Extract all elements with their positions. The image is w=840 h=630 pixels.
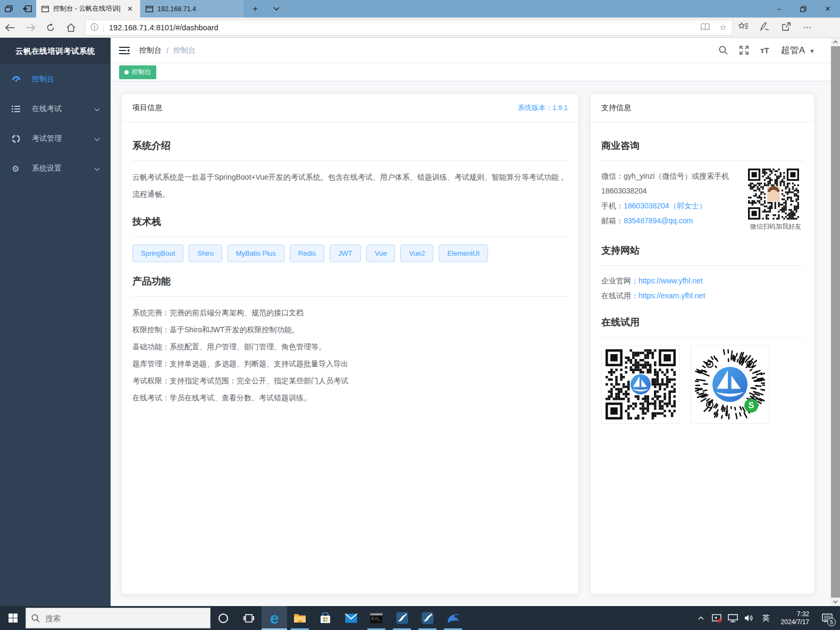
action-center-icon[interactable]: 5 [817, 606, 838, 630]
miniprogram-qr-box [691, 345, 769, 424]
tech-tag-shiro[interactable]: Shiro [189, 245, 222, 262]
card-header: 支持信息 [591, 94, 814, 122]
tab-title: 控制台 - 云帆在线培训| [53, 4, 121, 13]
sidebar-item-label: 考试管理 [32, 134, 62, 144]
task-view-icon[interactable] [236, 606, 262, 630]
search-icon [31, 614, 40, 623]
email-link[interactable]: 835487894@qq.com [624, 216, 693, 225]
more-options-icon[interactable]: ⋯ [796, 22, 818, 32]
divider [132, 296, 568, 297]
taskbar-file-explorer-icon[interactable] [287, 606, 313, 630]
section-title-intro: 系统介绍 [132, 139, 568, 152]
minimize-button[interactable]: – [767, 0, 791, 18]
browser-tab-active[interactable]: 控制台 - 云帆在线培训| ✕ [36, 0, 140, 18]
favorite-star-icon[interactable]: ☆ [714, 23, 732, 32]
tab-close-icon[interactable]: ✕ [125, 5, 135, 13]
page-scrollbar [831, 38, 840, 606]
tray-volume-icon[interactable] [743, 606, 755, 630]
tech-tag-jwt[interactable]: JWT [330, 245, 361, 262]
card-title: 项目信息 [132, 103, 162, 113]
url-field[interactable]: 192.168.71.4:8101/#/dashboard [104, 23, 696, 32]
list-icon [12, 105, 24, 113]
sidebar-toggle-icon[interactable] [111, 46, 138, 55]
tab-list-dropdown-icon[interactable] [266, 0, 287, 18]
gear-icon: ⚙ [12, 164, 24, 174]
trial-qr-row [601, 345, 803, 424]
feature-line: 考试权限：支持指定考试范围：完全公开、指定某些部门人员考试 [132, 372, 568, 389]
taskbar-mysql-workbench2-icon[interactable] [415, 606, 440, 630]
home-icon[interactable] [61, 19, 81, 37]
tray-project-screen-icon[interactable] [711, 606, 724, 630]
search-icon[interactable] [719, 46, 728, 55]
taskbar-search-box[interactable] [26, 608, 211, 628]
back-icon[interactable] [0, 19, 20, 37]
site-info-icon[interactable]: ⓘ [86, 23, 104, 32]
user-menu[interactable]: 超管A ▼ [781, 44, 815, 56]
site-line-trial: 在线试用：https://exam.yfhl.net [601, 288, 803, 303]
taskbar-mysql-dolphin-icon[interactable] [440, 606, 466, 630]
tray-input-language[interactable]: 英 [759, 606, 774, 630]
breadcrumb-separator: / [166, 46, 169, 55]
taskbar-cmd-icon[interactable]: C:\_ [364, 606, 389, 630]
share-icon[interactable] [775, 22, 796, 33]
browser-tab-2[interactable]: 192.168.71.4 [140, 0, 245, 18]
taskbar-store-icon[interactable] [313, 606, 338, 630]
phone-link[interactable]: 18603038204（郭女士） [624, 201, 707, 210]
tray-network-icon[interactable] [727, 606, 740, 630]
system-version[interactable]: 系统版本：1.9.1 [518, 103, 568, 113]
official-site-link[interactable]: https://www.yfhl.net [639, 276, 703, 285]
taskbar-mysql-workbench-icon[interactable] [389, 606, 415, 630]
sidebar-item-online-exam[interactable]: 在线考试 [0, 94, 111, 124]
search-input[interactable] [45, 614, 183, 623]
dashboard-gauge-icon [12, 75, 24, 83]
refresh-icon[interactable] [40, 19, 61, 37]
wechat-miniprogram-code-image [695, 349, 765, 419]
sidebar-item-system-settings[interactable]: ⚙ 系统设置 [0, 154, 111, 183]
tech-tag-springboot[interactable]: SpringBoot [132, 245, 183, 262]
notification-count-badge: 5 [827, 618, 836, 626]
card-header: 项目信息 系统版本：1.9.1 [122, 94, 578, 122]
new-tab-button[interactable]: + [245, 0, 266, 18]
tray-time: 7:32 [781, 610, 809, 618]
card-body: 商业咨询 微信：gyh_yinzi（微信号）或搜索手机 18603038204 … [591, 122, 814, 434]
breadcrumb-root[interactable]: 控制台 [139, 46, 162, 55]
chevron-down-icon [94, 135, 100, 143]
feature-line: 系统完善：完善的前后端分离架构、规范的接口文档 [132, 304, 568, 321]
reading-view-icon[interactable] [696, 23, 714, 32]
caret-down-icon: ▼ [809, 48, 815, 54]
page-favicon [146, 6, 153, 12]
trial-site-link[interactable]: https://exam.yfhl.net [639, 291, 705, 300]
windows-taskbar: e C:\_ 英 7:32 2024/7/17 [0, 606, 840, 630]
support-info-card: 支持信息 商业咨询 微信：gyh_yinzi（微信号）或搜索手机 1860303… [590, 94, 814, 594]
taskbar-mail-icon[interactable] [338, 606, 364, 630]
sidebar-item-label: 在线考试 [32, 104, 62, 114]
tab-preview-icon[interactable] [0, 0, 18, 18]
start-button[interactable] [0, 606, 26, 630]
taskbar-edge-icon[interactable]: e [262, 606, 287, 630]
restore-button[interactable] [791, 0, 816, 18]
font-size-icon[interactable]: тT [760, 46, 769, 55]
close-window-button[interactable]: ✕ [816, 0, 840, 18]
web-note-pen-icon[interactable] [754, 22, 775, 33]
tech-tag-vue2[interactable]: Vue2 [400, 245, 433, 262]
cortana-icon[interactable] [211, 606, 236, 630]
sidebar-item-dashboard[interactable]: 控制台 [0, 64, 111, 94]
tech-tag-elementui[interactable]: ElementUI [439, 245, 488, 262]
set-tabs-aside-icon[interactable] [18, 0, 36, 18]
tray-clock[interactable]: 7:32 2024/7/17 [777, 610, 813, 626]
tech-tag-redis[interactable]: Redis [290, 245, 324, 262]
tech-tag-vue[interactable]: Vue [366, 245, 396, 262]
scrollbar-thumb[interactable] [831, 46, 840, 598]
scroll-down-icon[interactable] [831, 598, 840, 606]
forward-icon[interactable] [20, 19, 40, 37]
tray-chevron-up-icon[interactable] [695, 606, 708, 630]
svg-text:C:\_: C:\_ [372, 617, 381, 621]
hub-favorites-icon[interactable] [733, 22, 754, 32]
tag-dashboard[interactable]: 控制台 [119, 65, 156, 79]
chevron-down-icon [94, 164, 100, 173]
scroll-up-icon[interactable] [831, 38, 840, 46]
tech-tag-mybatis[interactable]: MyBatis Plus [228, 245, 284, 262]
fullscreen-icon[interactable] [740, 46, 749, 55]
sidebar-item-exam-manage[interactable]: 考试管理 [0, 124, 111, 154]
card-title: 支持信息 [601, 103, 631, 113]
